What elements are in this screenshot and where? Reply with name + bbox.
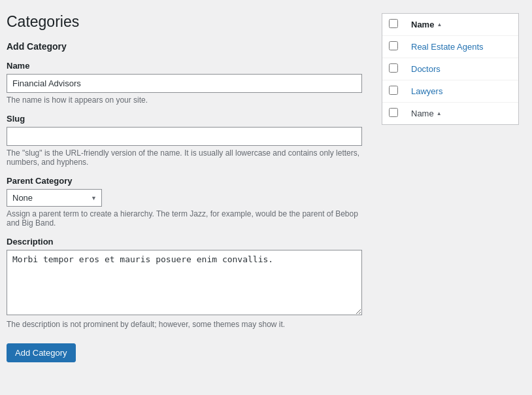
row-checkbox-cell <box>382 80 405 103</box>
slug-field: Slug The "slug" is the URL-friendly vers… <box>7 114 362 167</box>
parent-label: Parent Category <box>7 176 362 186</box>
row-checkbox[interactable] <box>389 63 398 73</box>
row-checkbox[interactable] <box>389 86 398 95</box>
description-label: Description <box>7 237 362 247</box>
add-category-button[interactable]: Add Category <box>7 343 76 362</box>
name-input[interactable] <box>7 74 362 93</box>
footer-checkbox-cell <box>382 103 405 125</box>
sort-icon[interactable]: ▲ <box>437 22 442 27</box>
table-footer-row: Name ▲ <box>382 103 518 125</box>
table-row: Real Estate Agents <box>382 36 518 58</box>
section-title: Add Category <box>7 41 362 52</box>
table-row: Doctors <box>382 58 518 80</box>
select-all-checkbox[interactable] <box>389 19 398 28</box>
name-hint: The name is how it appears on your site. <box>7 95 362 105</box>
row-name-cell: Doctors <box>405 58 518 80</box>
name-field: Name The name is how it appears on your … <box>7 61 362 105</box>
slug-label: Slug <box>7 114 362 124</box>
footer-name-label: Name <box>411 109 434 118</box>
row-checkbox[interactable] <box>389 41 398 50</box>
parent-select[interactable]: None Real Estate Agents Doctors Lawyers <box>7 189 102 207</box>
footer-select-all-checkbox[interactable] <box>389 108 398 117</box>
row-checkbox-cell <box>382 36 405 58</box>
name-column-header: Name <box>411 20 434 29</box>
category-link[interactable]: Lawyers <box>411 86 442 96</box>
parent-hint: Assign a parent term to create a hierarc… <box>7 209 362 228</box>
table-row: Lawyers <box>382 80 518 103</box>
header-name-cell: Name ▲ <box>405 14 518 36</box>
row-name-cell: Lawyers <box>405 80 518 103</box>
categories-table-panel: Name ▲ Real Estate Agents Doctors <box>382 13 519 125</box>
row-name-cell: Real Estate Agents <box>405 36 518 58</box>
description-field: Description Morbi tempor eros et mauris … <box>7 237 362 329</box>
categories-table: Name ▲ Real Estate Agents Doctors <box>382 14 518 124</box>
category-link[interactable]: Real Estate Agents <box>411 42 484 52</box>
slug-input[interactable] <box>7 127 362 146</box>
footer-sort-icon[interactable]: ▲ <box>437 111 442 116</box>
description-hint: The description is not prominent by defa… <box>7 320 362 329</box>
category-link[interactable]: Doctors <box>411 64 441 74</box>
description-input[interactable]: Morbi tempor eros et mauris posuere enim… <box>7 250 362 315</box>
row-checkbox-cell <box>382 58 405 80</box>
table-header-row: Name ▲ <box>382 14 518 36</box>
slug-hint: The "slug" is the URL-friendly version o… <box>7 148 362 167</box>
page-title: Categories <box>7 13 362 31</box>
name-label: Name <box>7 61 362 71</box>
header-checkbox-cell <box>382 14 405 36</box>
parent-field: Parent Category None Real Estate Agents … <box>7 176 362 228</box>
footer-name-cell: Name ▲ <box>405 103 518 125</box>
